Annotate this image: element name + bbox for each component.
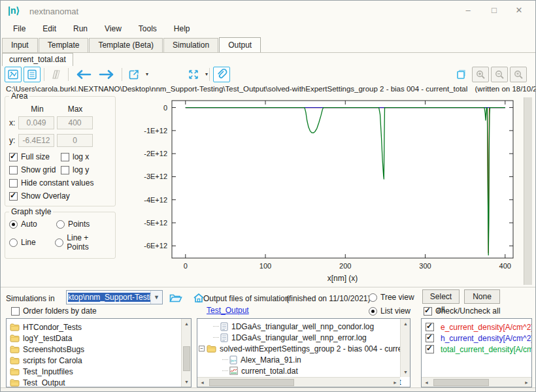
none-button[interactable]: None	[464, 289, 500, 304]
radio-line[interactable]: Line	[9, 233, 55, 252]
tree-view-radio[interactable]: Tree view	[369, 293, 414, 302]
variable-item[interactable]: h_current_density[A/cm^2]	[422, 333, 531, 344]
scroll-right-icon[interactable]: ►	[390, 378, 400, 387]
checkbox-box[interactable]	[9, 179, 18, 188]
dropdown-caret-icon[interactable]: ▾	[205, 67, 208, 82]
variables-hscrollbar[interactable]: ◄ ►	[422, 377, 531, 387]
folder-item[interactable]: scripts for Carola	[7, 355, 191, 366]
plot-canvas[interactable]: 01002003004000-1E+12-2E+12-3E+12-4E+12-5…	[120, 96, 531, 287]
checkbox-log-y[interactable]: log y	[61, 165, 89, 174]
scroll-down-icon[interactable]: ▼	[401, 367, 410, 377]
scroll-thumb[interactable]	[209, 379, 294, 386]
folder-item[interactable]: logY_testData	[7, 333, 191, 344]
menu-run[interactable]: Run	[65, 22, 96, 36]
checkbox-hide-constant-values[interactable]: Hide constant values	[9, 178, 93, 188]
combobox-dropdown-arrow[interactable]: ▼	[150, 291, 162, 304]
tree-item[interactable]: |n>Alex_Maria_91.in	[197, 354, 410, 365]
checkbox-box[interactable]	[9, 153, 18, 161]
copy-page-button[interactable]	[453, 67, 470, 82]
menu-edit[interactable]: Edit	[34, 22, 65, 36]
checkbox-show-overlay[interactable]: Show Overlay	[9, 191, 70, 201]
tree-item[interactable]: current_total.dat	[197, 365, 410, 376]
y-min-input[interactable]	[18, 134, 54, 147]
plot-view-button[interactable]	[5, 67, 22, 82]
list-view-radio[interactable]: List view	[369, 306, 410, 316]
folders-vscrollbar[interactable]: ▲ ▼	[181, 319, 191, 387]
radio-dot[interactable]	[56, 220, 65, 229]
scroll-up-icon[interactable]: ▲	[182, 319, 192, 329]
tree-view-radio-dot[interactable]	[369, 293, 377, 302]
radio-line-points[interactable]: Line + Points	[55, 233, 111, 252]
variable-item[interactable]: e_current_density[A/cm^2]	[422, 321, 531, 333]
radio-points[interactable]: Points	[56, 220, 90, 229]
tab-template[interactable]: Template	[39, 38, 89, 52]
menu-file[interactable]: File	[5, 22, 34, 36]
tab-template-beta-[interactable]: Template (Beta)	[89, 38, 163, 52]
dropdown-caret-icon[interactable]: ▾	[146, 67, 148, 82]
text-view-button[interactable]	[24, 67, 41, 82]
scroll-right-icon[interactable]: ►	[522, 378, 531, 387]
variable-checkbox[interactable]	[426, 345, 434, 353]
checkbox-box[interactable]	[9, 192, 18, 201]
check-uncheck-all-box[interactable]	[424, 307, 432, 316]
checkbox-box[interactable]	[61, 166, 69, 174]
folder-item[interactable]: Test_Inputfiles	[7, 366, 191, 377]
fit-to-window-button[interactable]	[185, 67, 202, 82]
variable-item[interactable]: total_current_density[A/cm^2]	[422, 344, 531, 355]
check-uncheck-all-checkbox[interactable]: Check/Uncheck all	[424, 306, 500, 316]
select-all-button[interactable]: Select all	[422, 289, 460, 304]
folder-item[interactable]: ScreenshotsBugs	[7, 344, 191, 355]
x-max-input[interactable]	[57, 116, 93, 129]
browse-folder-button[interactable]	[167, 290, 184, 305]
menu-view[interactable]: View	[96, 22, 130, 36]
back-button[interactable]	[72, 67, 94, 82]
collapse-expander-icon[interactable]: −	[199, 346, 205, 351]
tab-simulation[interactable]: Simulation	[163, 38, 218, 52]
scroll-left-icon[interactable]: ◄	[197, 378, 207, 387]
attach-button[interactable]	[213, 67, 230, 82]
scroll-thumb[interactable]	[433, 379, 489, 386]
horizontal-splitter[interactable]	[1, 287, 535, 289]
files-hscrollbar[interactable]: ◄ ►	[197, 377, 400, 387]
minimize-button[interactable]: –	[458, 3, 478, 18]
folder-item[interactable]: Test_Output	[7, 377, 191, 387]
menu-help[interactable]: Help	[165, 22, 199, 36]
variable-checkbox[interactable]	[426, 334, 434, 342]
y-max-input[interactable]	[57, 134, 93, 147]
checkbox-box[interactable]	[61, 153, 69, 161]
radio-dot[interactable]	[9, 238, 18, 247]
variable-checkbox[interactable]	[426, 323, 434, 331]
scroll-left-icon[interactable]: ◄	[422, 378, 431, 387]
output-files-label: Output files of simulation	[203, 294, 289, 303]
checkbox-full-size[interactable]: Full size	[9, 152, 61, 161]
tab-output[interactable]: Output	[219, 37, 261, 52]
checkbox-box[interactable]	[9, 166, 18, 174]
files-vscrollbar[interactable]: ▲ ▼	[400, 319, 410, 377]
folder-item[interactable]: HTCondor_Tests	[7, 321, 191, 333]
scroll-down-icon[interactable]: ▼	[182, 377, 192, 387]
maximize-button[interactable]: □	[484, 3, 504, 18]
list-view-radio-dot[interactable]	[369, 307, 377, 316]
simulation-folder-combobox[interactable]: ktop\nnm_Support-Testing ▼	[66, 290, 163, 304]
radio-dot[interactable]	[55, 238, 63, 247]
export-button[interactable]	[126, 67, 142, 82]
close-button[interactable]: ✕	[509, 3, 529, 18]
doc-tab-current-total-dat[interactable]: current_total.dat	[2, 53, 73, 66]
radio-dot[interactable]	[9, 220, 18, 229]
tree-item[interactable]: 1DGaAs_triangular_well_nnp_error.log	[197, 332, 410, 343]
tree-item[interactable]: 1DGaAs_triangular_well_nnp_condor.log	[197, 321, 410, 332]
order-folders-checkbox[interactable]: Order folders by date	[11, 306, 97, 316]
scroll-up-icon[interactable]: ▲	[401, 319, 410, 329]
checkbox-log-x[interactable]: log x	[61, 152, 89, 161]
scroll-thumb[interactable]	[183, 346, 190, 371]
tab-input[interactable]: Input	[2, 38, 38, 52]
tree-item-label: current_total.dat	[241, 367, 298, 376]
menu-tools[interactable]: Tools	[130, 22, 165, 36]
tree-item[interactable]: −solved-withExpertSettings_group 2 - bia…	[197, 343, 410, 354]
current-folder-link[interactable]: Test_Output	[207, 306, 249, 315]
checkbox-show-grid[interactable]: Show grid	[9, 165, 61, 174]
forward-button[interactable]	[96, 67, 118, 82]
order-folders-box[interactable]	[11, 307, 20, 316]
radio-auto[interactable]: Auto	[9, 220, 56, 229]
x-min-input[interactable]	[18, 116, 54, 129]
